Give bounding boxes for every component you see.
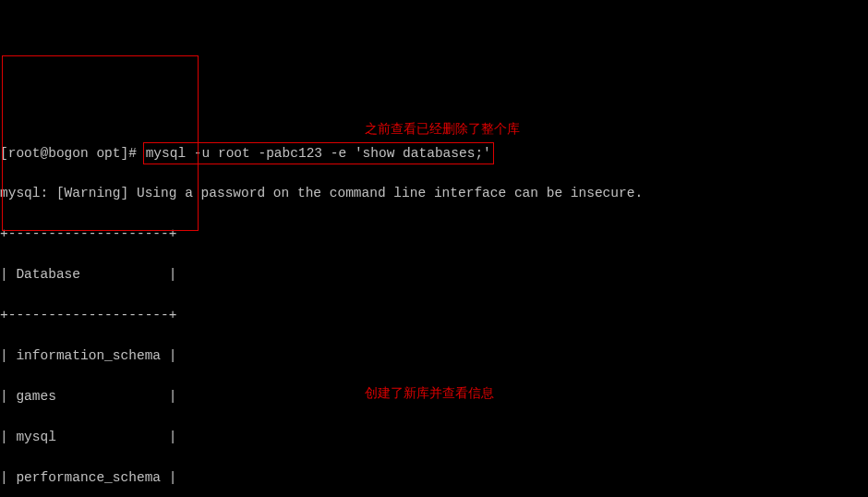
table-header: | Database | [0, 264, 868, 285]
annotation-block1: 之前查看已经删除了整个库 [365, 118, 520, 139]
annotation-block2: 创建了新库并查看信息 [365, 382, 494, 403]
terminal: [root@bogon opt]# mysql -u root -pabc123… [0, 81, 868, 497]
prompt-line-1[interactable]: [root@bogon opt]# mysql -u root -pabc123… [0, 142, 868, 163]
command-highlight-box: mysql -u root -pabc123 -e 'show database… [143, 142, 494, 164]
command-text: mysql -u root -pabc123 -e 'show database… [146, 146, 491, 161]
table-row: | performance_schema | [0, 467, 868, 488]
mysql-warning: mysql: [Warning] Using a password on the… [0, 183, 868, 203]
shell-prompt: [root@bogon opt]# [0, 146, 145, 161]
table-row: | information_schema | [0, 345, 868, 366]
table-border-mid: +--------------------+ [0, 305, 868, 325]
table-border-top: +--------------------+ [0, 224, 868, 244]
table-row: | mysql | [0, 427, 868, 447]
